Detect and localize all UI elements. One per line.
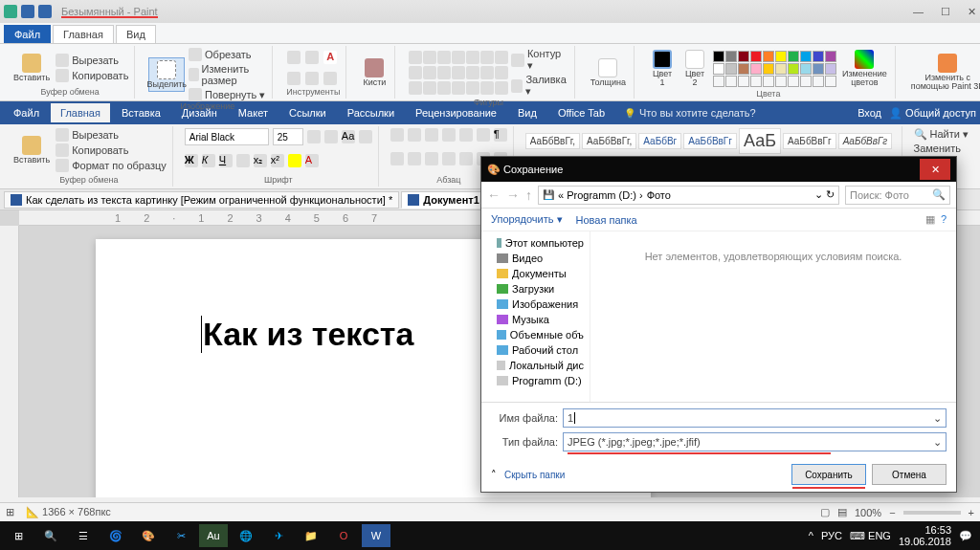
align-center-icon[interactable] [408,152,421,165]
minimize-icon[interactable]: — [913,6,924,18]
tab-file[interactable]: Файл [4,25,51,43]
line-spacing-icon[interactable] [459,152,473,165]
save-icon[interactable] [4,5,17,18]
share-button[interactable]: 👤 Общий доступ [889,107,976,120]
shapes-gallery[interactable] [409,51,507,95]
strike-icon[interactable] [236,154,250,167]
ruler-vertical[interactable] [0,226,19,497]
zoom-level[interactable]: 100% [855,507,881,518]
align-right-icon[interactable] [425,152,438,165]
wtab-layout[interactable]: Макет [229,103,278,122]
explorer-icon[interactable]: 📁 [297,524,325,547]
clear-format-icon[interactable] [359,130,372,143]
maximize-icon[interactable]: ☐ [941,6,950,18]
change-case-icon[interactable]: Aa [342,130,355,143]
highlight-icon[interactable] [288,154,301,167]
filename-input[interactable]: 1⌄ [563,408,947,428]
indent-icon[interactable] [459,128,473,142]
align-left-icon[interactable] [390,152,404,165]
word-paste-button[interactable]: Вставить [11,134,52,166]
view-icon[interactable]: ▦ [925,213,935,226]
clock-time[interactable]: 16:53 [899,524,951,536]
paint3d-button[interactable]: Изменить с помощью Paint 3D [909,52,980,93]
up-icon[interactable]: ↑ [525,187,532,203]
search-icon[interactable]: 🔍 [36,524,65,547]
outdent-icon[interactable] [442,128,456,142]
outline-button[interactable]: Контур ▾ [511,48,568,72]
font-name-select[interactable]: Arial Black [185,128,269,145]
style-item[interactable]: АаБбВвГг [683,133,737,149]
paste-button[interactable]: Вставить [11,52,52,84]
tab-view[interactable]: Вид [116,25,156,43]
sort-icon[interactable] [477,128,490,142]
notifications-icon[interactable]: 💬 [959,530,972,542]
style-item[interactable]: АаБ [739,128,781,154]
app-icon[interactable]: 🌀 [101,524,130,547]
multilevel-icon[interactable] [425,128,438,142]
bullets-icon[interactable] [390,128,404,142]
undo-icon[interactable] [21,5,34,18]
grow-font-icon[interactable] [307,130,321,143]
fill-icon[interactable] [305,51,319,64]
style-item[interactable]: АаБбВвГг, [525,133,580,149]
start-button[interactable]: ⊞ [4,524,33,547]
justify-icon[interactable] [442,152,456,165]
wtab-file[interactable]: Файл [4,103,49,122]
address-bar[interactable]: 💾 « Programm (D:) › Фото⌄ ↻ [538,186,839,205]
tab-home[interactable]: Главная [53,25,114,43]
brushes-button[interactable]: Кисти [360,56,389,89]
hide-folders-button[interactable]: Скрыть папки [504,470,565,480]
wtab-insert[interactable]: Вставка [112,103,170,122]
sup-icon[interactable]: x² [271,154,284,167]
style-item[interactable]: АаБбВвГг [783,133,836,149]
replace-button[interactable]: Заменить [914,143,969,154]
format-painter-button[interactable]: Формат по образцу [56,159,167,172]
doc-tab-1[interactable]: Как сделать из текста картинку [Режим ог… [4,191,399,209]
wtab-review[interactable]: Рецензирование [406,103,506,122]
word-copy-button[interactable]: Копировать [56,143,167,157]
toggle-folders-icon[interactable]: ˄ [491,469,497,481]
app-icon[interactable]: 🎨 [134,524,163,547]
bold-icon[interactable]: Ж [185,154,198,167]
sub-icon[interactable]: x₂ [254,154,267,167]
taskview-icon[interactable]: ☰ [69,524,98,547]
redo-icon[interactable] [38,5,52,18]
search-input[interactable]: Поиск: Фото🔍 [845,186,950,205]
organize-button[interactable]: Упорядочить ▾ [491,213,563,226]
clock-date[interactable]: 19.06.2018 [899,536,951,547]
shrink-font-icon[interactable] [324,130,338,143]
dialog-close-button[interactable]: ✕ [920,159,950,180]
cut-button[interactable]: Вырезать [56,54,128,67]
tell-me-input[interactable]: 💡 Что вы хотите сделать? [624,107,756,119]
close-icon[interactable]: ✕ [968,6,976,18]
numbering-icon[interactable] [408,128,421,142]
signin-button[interactable]: Вход [858,107,881,119]
help-icon[interactable]: ? [941,213,947,226]
keyboard-indicator[interactable]: ⌨ ENG [850,530,891,542]
newfolder-button[interactable]: Новая папка [576,214,637,226]
fill-button[interactable]: Заливка ▾ [511,74,568,98]
word-cut-button[interactable]: Вырезать [56,128,167,142]
rotate-button[interactable]: Повернуть ▾ [189,88,266,101]
opera-icon[interactable]: O [329,524,358,547]
wtab-references[interactable]: Ссылки [279,103,336,122]
app-icon[interactable]: ✂ [167,524,195,547]
wtab-design[interactable]: Дизайн [172,103,227,122]
save-button[interactable]: Сохранить [791,464,866,485]
view-print-icon[interactable]: ▢ [820,506,830,518]
wtab-officetab[interactable]: Office Tab [548,103,614,122]
cancel-button[interactable]: Отмена [872,464,947,485]
select-button[interactable]: Выделить [148,57,185,92]
file-list[interactable]: Нет элементов, удовлетворяющих условиям … [590,231,956,402]
wtab-mailings[interactable]: Рассылки [338,103,404,122]
underline-icon[interactable]: Ч [219,154,233,167]
wtab-view[interactable]: Вид [508,103,546,122]
resize-button[interactable]: Изменить размер [189,63,266,86]
dialog-titlebar[interactable]: 🎨 Сохранение ✕ [481,157,956,182]
zoom-slider[interactable] [903,511,961,515]
font-color-icon[interactable]: A [305,154,319,167]
color-palette[interactable] [713,51,836,87]
forward-icon[interactable]: → [506,187,520,203]
app-icon[interactable]: ✈ [264,524,293,547]
eraser-icon[interactable] [287,72,301,85]
